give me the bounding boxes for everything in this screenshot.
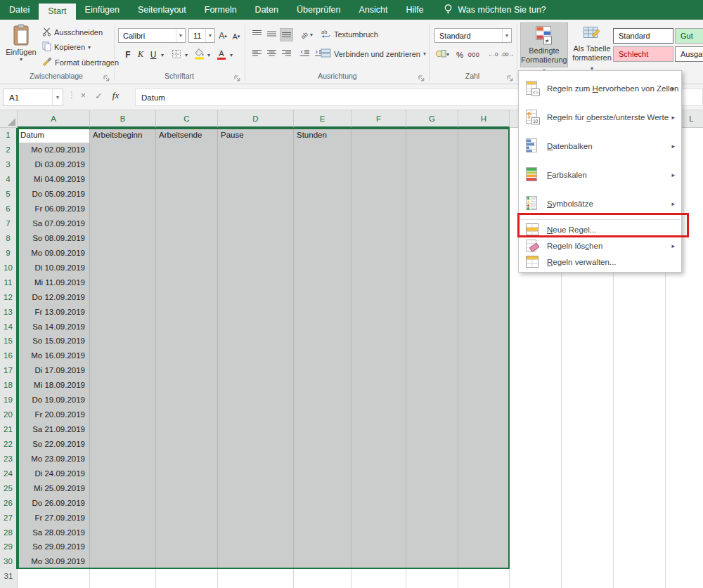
row-header-20[interactable]: 20 xyxy=(0,407,18,423)
column-header-H[interactable]: H xyxy=(458,110,510,128)
cell-D17[interactable] xyxy=(218,363,294,379)
tab-start[interactable]: Start xyxy=(39,4,75,20)
cell-H21[interactable] xyxy=(458,422,510,438)
font-color-dropdown-arrow[interactable]: ▾ xyxy=(228,49,235,60)
cell-B5[interactable] xyxy=(90,187,156,202)
cell-F23[interactable] xyxy=(352,451,406,466)
cell-J12[interactable] xyxy=(562,289,614,305)
cell-F15[interactable] xyxy=(352,334,406,349)
cell-E27[interactable] xyxy=(294,510,352,525)
row-header-9[interactable]: 9 xyxy=(0,245,18,261)
cell-F28[interactable] xyxy=(352,525,406,540)
cell-E28[interactable] xyxy=(294,525,352,540)
cell-G19[interactable] xyxy=(406,393,458,408)
cell-E13[interactable] xyxy=(294,304,352,320)
cell-A5[interactable]: Do 05.09.2019 xyxy=(18,187,90,202)
cell-F4[interactable] xyxy=(352,172,406,188)
cell-I14[interactable] xyxy=(510,319,562,334)
cell-I25[interactable] xyxy=(510,481,562,496)
cell-D24[interactable] xyxy=(218,466,294,481)
cell-G9[interactable] xyxy=(406,245,458,261)
cell-D28[interactable] xyxy=(218,525,294,540)
cell-E3[interactable] xyxy=(294,157,352,173)
cell-L27[interactable] xyxy=(666,510,703,525)
cell-C12[interactable] xyxy=(156,289,218,305)
row-header-2[interactable]: 2 xyxy=(0,143,18,158)
cell-C8[interactable] xyxy=(156,231,218,247)
cell-F18[interactable] xyxy=(352,378,406,393)
cell-B8[interactable] xyxy=(90,231,156,247)
cell-F22[interactable] xyxy=(352,437,406,452)
cell-K14[interactable] xyxy=(614,319,666,334)
cell-I21[interactable] xyxy=(510,422,562,438)
cell-I18[interactable] xyxy=(510,378,562,393)
cell-I20[interactable] xyxy=(510,407,562,423)
name-box-dropdown-arrow[interactable]: ▾ xyxy=(52,89,63,105)
cell-D23[interactable] xyxy=(218,451,294,466)
column-header-A[interactable]: A xyxy=(18,110,90,128)
cell-G14[interactable] xyxy=(406,319,458,334)
cell-K11[interactable] xyxy=(614,275,666,290)
cell-H27[interactable] xyxy=(458,510,510,525)
cell-L32[interactable] xyxy=(666,584,703,588)
merge-dropdown-arrow[interactable]: ▾ xyxy=(423,51,426,57)
row-header-22[interactable]: 22 xyxy=(0,437,18,452)
cell-A10[interactable]: Di 10.09.2019 xyxy=(18,260,90,275)
cell-B14[interactable] xyxy=(90,319,156,334)
cell-G15[interactable] xyxy=(406,334,458,349)
cell-D22[interactable] xyxy=(218,437,294,452)
cell-J19[interactable] xyxy=(562,393,614,408)
cell-B6[interactable] xyxy=(90,202,156,217)
cell-H31[interactable] xyxy=(458,569,510,584)
tab-formeln[interactable]: Formeln xyxy=(195,0,246,20)
cell-G24[interactable] xyxy=(406,466,458,481)
cell-K25[interactable] xyxy=(614,481,666,496)
cell-H29[interactable] xyxy=(458,540,510,555)
fill-color-button[interactable] xyxy=(193,48,205,61)
cell-J16[interactable] xyxy=(562,348,614,364)
cell-style-ausgabe[interactable]: Ausgabe xyxy=(675,46,703,62)
cell-G4[interactable] xyxy=(406,172,458,188)
cell-D8[interactable] xyxy=(218,231,294,247)
cell-J26[interactable] xyxy=(562,495,614,511)
cell-I11[interactable] xyxy=(510,275,562,290)
row-header-16[interactable]: 16 xyxy=(0,348,18,364)
cell-D19[interactable] xyxy=(218,393,294,408)
row-header-3[interactable]: 3 xyxy=(0,157,18,173)
percent-style-button[interactable]: % xyxy=(454,48,465,61)
cell-A18[interactable]: Mi 18.09.2019 xyxy=(18,378,90,393)
cell-G16[interactable] xyxy=(406,348,458,364)
cell-L12[interactable] xyxy=(666,289,703,305)
cell-I31[interactable] xyxy=(510,569,562,584)
cell-H9[interactable] xyxy=(458,245,510,261)
cell-K19[interactable] xyxy=(614,393,666,408)
cell-F8[interactable] xyxy=(352,231,406,247)
row-header-4[interactable]: 4 xyxy=(0,172,18,188)
cell-B9[interactable] xyxy=(90,245,156,261)
alignment-dialog-launcher[interactable] xyxy=(418,72,425,80)
cell-B30[interactable] xyxy=(90,554,156,570)
cell-F9[interactable] xyxy=(352,245,406,261)
cell-E12[interactable] xyxy=(294,289,352,305)
cell-G32[interactable] xyxy=(406,584,458,588)
row-header-15[interactable]: 15 xyxy=(0,334,18,349)
cell-J31[interactable] xyxy=(562,569,614,584)
tab-ansicht[interactable]: Ansicht xyxy=(350,0,397,20)
cell-E20[interactable] xyxy=(294,407,352,423)
cell-E22[interactable] xyxy=(294,437,352,452)
decrease-font-button[interactable]: A▾ xyxy=(230,30,243,42)
cell-A12[interactable]: Do 12.09.2019 xyxy=(18,289,90,305)
cell-C31[interactable] xyxy=(156,569,218,584)
cell-B12[interactable] xyxy=(90,289,156,305)
cell-D30[interactable] xyxy=(218,554,294,570)
cell-I23[interactable] xyxy=(510,451,562,466)
font-color-button[interactable]: A xyxy=(215,48,228,61)
font-dialog-launcher[interactable] xyxy=(233,72,241,80)
cell-E18[interactable] xyxy=(294,378,352,393)
cell-F16[interactable] xyxy=(352,348,406,364)
cell-E11[interactable] xyxy=(294,275,352,290)
cell-B10[interactable] xyxy=(90,260,156,275)
cell-A14[interactable]: Sa 14.09.2019 xyxy=(18,319,90,334)
cell-G10[interactable] xyxy=(406,260,458,275)
align-bottom-button[interactable] xyxy=(280,28,293,41)
